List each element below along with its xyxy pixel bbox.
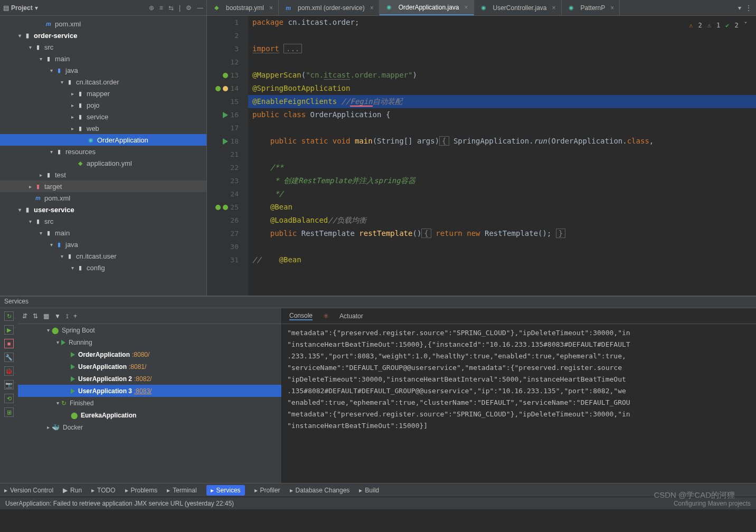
tree-item[interactable]: ▾▮config [0, 262, 206, 273]
code-line[interactable]: * 创建RestTemplate并注入spring容器 [248, 174, 756, 187]
editor-tabs[interactable]: ◆bootstrap.yml×mpom.xml (order-service)×… [207, 0, 756, 16]
service-item[interactable]: UserApplication 2:8082/ [18, 373, 281, 385]
nav-icon[interactable] [223, 73, 228, 78]
tree-item[interactable]: mpom.xml [0, 18, 206, 30]
rerun-icon[interactable]: ↻ [4, 311, 14, 321]
editor-tab[interactable]: ◆bootstrap.yml× [207, 0, 279, 15]
tool-window-button[interactable]: ▸Terminal [167, 487, 196, 494]
code-line[interactable]: import ... [248, 42, 756, 55]
tree-item[interactable]: ◉OrderApplication [0, 134, 206, 146]
twisty-icon[interactable]: ▾ [58, 253, 65, 259]
tree-item[interactable]: ▸▮mapper [0, 88, 206, 99]
service-item[interactable]: ▸🐳Docker [18, 421, 281, 433]
close-icon[interactable]: × [269, 4, 273, 12]
twisty-icon[interactable]: ▾ [44, 327, 52, 333]
more-icon[interactable]: ⋮ [745, 4, 752, 12]
nav-icon[interactable] [215, 205, 221, 210]
camera-icon[interactable]: 📷 [4, 380, 14, 390]
twisty-icon[interactable]: ▾ [26, 44, 34, 50]
tree-item[interactable]: ▾▮java [0, 64, 206, 76]
tree-item[interactable]: ▸▮target [0, 180, 206, 192]
service-item[interactable]: ▾⬤Spring Boot [18, 324, 281, 336]
code-line[interactable]: package cn.itcast.order; [248, 16, 756, 29]
tree-item[interactable]: ▾▮cn.itcast.order [0, 76, 206, 88]
more-icon[interactable]: ⊞ [4, 407, 14, 417]
services-tree[interactable]: ⇵ ⇅ ▦ ▼ ⟟ + ▾⬤Spring Boot▾RunningOrderAp… [18, 308, 282, 483]
tree-item[interactable]: mpom.xml [0, 192, 206, 204]
twisty-icon[interactable]: ▾ [37, 56, 44, 62]
twisty-icon[interactable]: ▾ [48, 149, 55, 155]
twisty-icon[interactable]: ▸ [69, 102, 76, 108]
tool-window-button[interactable]: ▸Profiler [254, 487, 280, 494]
twisty-icon[interactable]: ▾ [69, 265, 76, 271]
nav-icon[interactable] [223, 205, 228, 210]
code-line[interactable] [248, 148, 756, 161]
tool-window-button[interactable]: ▶Run [63, 487, 82, 494]
code-line[interactable]: public RestTemplate restTemplate(){ retu… [248, 227, 756, 240]
service-port[interactable]: :8082/ [134, 375, 152, 383]
code-line[interactable]: @LoadBalanced//负载均衡 [248, 214, 756, 227]
tool-window-button[interactable]: ▸TODO [91, 487, 115, 494]
tree-item[interactable]: ▾▮user-service [0, 204, 206, 215]
code-line[interactable] [248, 240, 756, 253]
expand-icon[interactable]: ≡ [159, 4, 163, 12]
expand-all-icon[interactable]: ⇵ [22, 312, 27, 320]
console-tab[interactable]: Console [289, 312, 313, 320]
tree-item[interactable]: ▾▮main [0, 227, 206, 239]
close-icon[interactable]: × [464, 4, 468, 11]
service-item[interactable]: OrderApplication:8080/ [18, 348, 281, 360]
twisty-icon[interactable]: ▾ [26, 218, 34, 224]
inspection-widget[interactable]: ⚠2 ⚠1 ✔2 ˇ [686, 18, 751, 33]
code-line[interactable]: @EnableFeignClients //Fegin自动装配 [248, 95, 756, 108]
twisty-icon[interactable]: ▾ [54, 339, 61, 345]
tree-item[interactable]: ▸▮service [0, 111, 206, 122]
tree-item[interactable]: ▾▮src [0, 41, 206, 53]
twisty-icon[interactable]: ▸ [69, 126, 76, 131]
service-port[interactable]: :8080/ [132, 351, 149, 358]
run-icon[interactable] [223, 138, 228, 145]
tree-item[interactable]: ▾▮java [0, 239, 206, 250]
code-line[interactable] [248, 29, 756, 42]
twisty-icon[interactable]: ▾ [48, 242, 55, 248]
close-icon[interactable]: × [610, 4, 614, 12]
tool-window-button[interactable]: ▸Build [359, 487, 379, 494]
code-line[interactable]: // @Bean [248, 253, 756, 267]
service-item[interactable]: UserApplication 3:8083/ [18, 385, 281, 397]
nav-icon[interactable] [215, 86, 221, 91]
code-line[interactable] [248, 121, 756, 135]
tree-item[interactable]: ▾▮cn.itcast.user [0, 250, 206, 262]
add-icon[interactable]: + [73, 312, 77, 320]
stop-icon[interactable]: ■ [4, 339, 14, 348]
tree-item[interactable]: ▸▮test [0, 169, 206, 180]
code-line[interactable]: public class OrderApplication { [248, 108, 756, 121]
tree-item[interactable]: ▾▮order-service [0, 30, 206, 41]
tree-item[interactable]: ◆application.yml [0, 157, 206, 169]
twisty-icon[interactable]: ▸ [69, 91, 76, 97]
run-icon[interactable]: ▶ [4, 325, 14, 335]
code-area[interactable]: ⚠2 ⚠1 ✔2 ˇ package cn.itcast.order;impor… [248, 16, 756, 296]
editor-tab[interactable]: ◉PatternP× [562, 0, 620, 15]
code-line[interactable]: @MapperScan("cn.itcast.order.mapper") [248, 69, 756, 82]
group-icon[interactable]: ▦ [43, 312, 49, 320]
close-icon[interactable]: × [370, 4, 374, 12]
twisty-icon[interactable]: ▾ [16, 207, 23, 213]
collapse-icon[interactable]: ⇆ [168, 4, 174, 12]
wrench-icon[interactable]: 🔧 [4, 353, 14, 362]
chevron-icon[interactable]: ˇ [744, 19, 748, 32]
console-output[interactable]: "metadata":{"preserved.register.source":… [282, 324, 756, 483]
twisty-icon[interactable]: ▾ [58, 79, 65, 85]
collapse-all-icon[interactable]: ⇅ [33, 312, 38, 320]
code-line[interactable]: /** [248, 161, 756, 174]
twisty-icon[interactable]: ▸ [37, 172, 44, 178]
service-item[interactable]: ⬤EurekaApplication [18, 409, 281, 421]
service-port[interactable]: :8081/ [129, 363, 146, 370]
code-line[interactable]: public static void main(String[] args){ … [248, 135, 756, 148]
twisty-icon[interactable]: ▾ [37, 230, 44, 236]
code-line[interactable]: @Bean [248, 201, 756, 214]
code-line[interactable]: @SpringBootApplication [248, 82, 756, 95]
actuator-tab[interactable]: Actuator [339, 312, 363, 320]
twisty-icon[interactable]: ▾ [48, 68, 55, 73]
close-icon[interactable]: × [552, 4, 556, 12]
search-icon[interactable] [221, 98, 228, 106]
bug-icon[interactable]: 🐞 [4, 366, 14, 376]
